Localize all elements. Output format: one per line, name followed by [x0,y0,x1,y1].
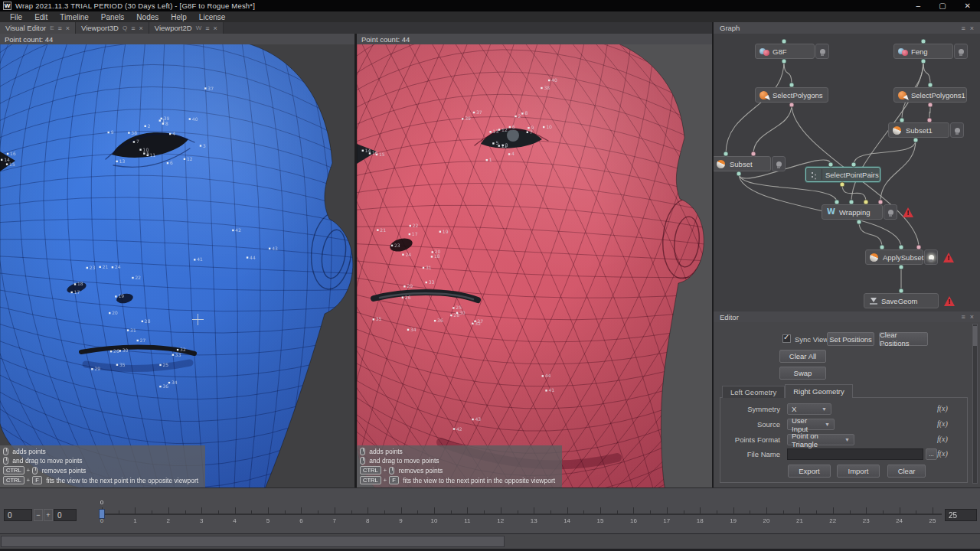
tab-left-geometry[interactable]: Left Geometry [722,386,785,398]
clear-button[interactable]: Clear [887,465,926,478]
graph-node-selectpolygons[interactable]: SelectPolygons [755,87,828,103]
menu-help[interactable]: Help [165,13,192,21]
node-port[interactable] [789,83,795,88]
fx-expression-button[interactable]: f(x) [937,404,948,412]
left-viewport-canvas[interactable] [0,44,354,487]
right-viewport-canvas[interactable] [357,44,712,487]
frame-decrement-button[interactable]: − [34,509,43,521]
symmetry-select[interactable]: X ▼ [787,403,831,415]
minimize-button[interactable]: – [916,2,921,10]
graph-node-savegeom[interactable]: SaveGeom [864,293,939,308]
graph-node-feng[interactable]: Feng [893,44,953,59]
set-positions-button[interactable]: Set Positions [827,332,874,346]
browse-button[interactable]: ... [926,448,937,460]
node-port[interactable] [913,138,919,143]
clear-positions-button[interactable]: Clear Positions [879,332,928,346]
export-button[interactable]: Export [788,465,831,478]
menu-timeline[interactable]: Timeline [54,13,93,21]
tab-right-geometry[interactable]: Right Geometry [785,384,853,398]
graph-node-g8f[interactable]: G8F [755,44,815,59]
node-port[interactable] [899,289,904,294]
node-port[interactable] [899,245,904,250]
menu-license[interactable]: License [194,13,230,21]
menu-edit[interactable]: Edit [29,13,53,21]
file-name-input[interactable] [787,448,923,460]
node-port[interactable] [724,152,729,157]
tab-viewport2d[interactable]: Viewport2D W ≡ × [149,22,224,34]
node-port[interactable] [751,152,756,157]
node-port[interactable] [840,182,845,187]
node-port[interactable] [921,59,926,64]
timeline-ruler[interactable]: 0123456789101112131415161718192021222324… [102,488,933,534]
panel-close-icon[interactable]: × [970,313,974,321]
ruler-tick-minor [119,510,119,514]
tab-viewport3d[interactable]: Viewport3D Q ≡ × [76,22,149,34]
tab-close-icon[interactable]: × [66,24,70,32]
node-bulb-toggle[interactable] [772,156,786,171]
node-port[interactable] [928,83,933,88]
panel-close-icon[interactable]: × [970,24,974,32]
node-bulb-toggle[interactable] [950,122,964,138]
graph-node-selectpolygons1[interactable]: SelectPolygons1 [893,87,967,103]
node-port[interactable] [849,200,854,205]
source-select[interactable]: User Input ▼ [787,419,835,430]
node-port[interactable] [737,171,742,177]
scrollbar-thumb[interactable] [973,326,977,346]
tab-menu-icon[interactable]: ≡ [131,24,135,32]
node-port[interactable] [927,118,933,123]
node-port[interactable] [828,162,834,168]
node-port[interactable] [880,245,885,250]
swap-button[interactable]: Swap [779,367,826,380]
node-port[interactable] [928,103,933,108]
close-button[interactable]: ✕ [965,2,971,10]
graph-node-applysubset[interactable]: ApplySubset [865,249,923,265]
tab-close-icon[interactable]: × [139,24,142,32]
panel-menu-icon[interactable]: ≡ [961,313,965,321]
node-port[interactable] [782,59,787,64]
sync-views-checkbox[interactable]: ✓ [782,334,791,343]
tab-menu-icon[interactable]: ≡ [58,24,62,32]
import-button[interactable]: Import [837,465,880,478]
frame-increment-button[interactable]: + [44,509,53,521]
node-port[interactable] [782,39,787,44]
menu-file[interactable]: File [5,13,28,21]
node-port[interactable] [899,265,904,270]
node-port[interactable] [835,200,840,205]
panel-menu-icon[interactable]: ≡ [961,24,965,32]
menu-panels[interactable]: Panels [96,13,130,21]
range-start-input[interactable] [4,509,32,521]
clear-all-button[interactable]: Clear All [779,350,826,363]
tab-close-icon[interactable]: × [214,24,217,32]
fx-expression-button[interactable]: f(x) [937,435,948,443]
node-port[interactable] [900,118,905,123]
menu-nodes[interactable]: Nodes [131,13,164,21]
node-bulb-toggle[interactable] [954,44,968,59]
node-bulb-toggle[interactable] [924,249,938,265]
range-end-input[interactable] [945,509,977,521]
node-port[interactable] [916,245,922,250]
current-frame-input[interactable] [54,509,77,521]
graph-node-subset[interactable]: Subset [714,156,771,171]
node-bulb-toggle[interactable] [884,204,897,220]
points-format-select[interactable]: Point on Triangle ▼ [787,434,854,445]
graph-node-subset1[interactable]: Subset1 [888,122,949,138]
tab-menu-icon[interactable]: ≡ [205,24,209,32]
node-port[interactable] [864,200,869,205]
fx-expression-button[interactable]: f(x) [937,419,948,428]
node-port[interactable] [851,162,857,168]
node-bulb-toggle[interactable] [815,44,829,59]
node-graph[interactable]: G8FFengSelectPolygonsSelectPolygons1Subs… [714,34,980,311]
graph-node-selectpointpairs[interactable]: SelectPointPairs [805,167,880,182]
horizontal-scrollbar[interactable] [0,533,980,549]
scrollbar-thumb[interactable] [1,536,505,547]
editor-scrollbar[interactable] [972,324,978,484]
fx-expression-button[interactable]: f(x) [937,449,948,458]
node-port[interactable] [921,39,926,44]
playhead[interactable] [99,509,105,519]
node-port[interactable] [878,200,884,205]
graph-node-wrapping[interactable]: Wrapping [822,204,883,220]
maximize-button[interactable]: ▢ [939,2,946,10]
tab-visual-editor[interactable]: Visual Editor E ≡ × [0,22,76,34]
node-port[interactable] [857,220,862,225]
node-port[interactable] [789,103,795,108]
